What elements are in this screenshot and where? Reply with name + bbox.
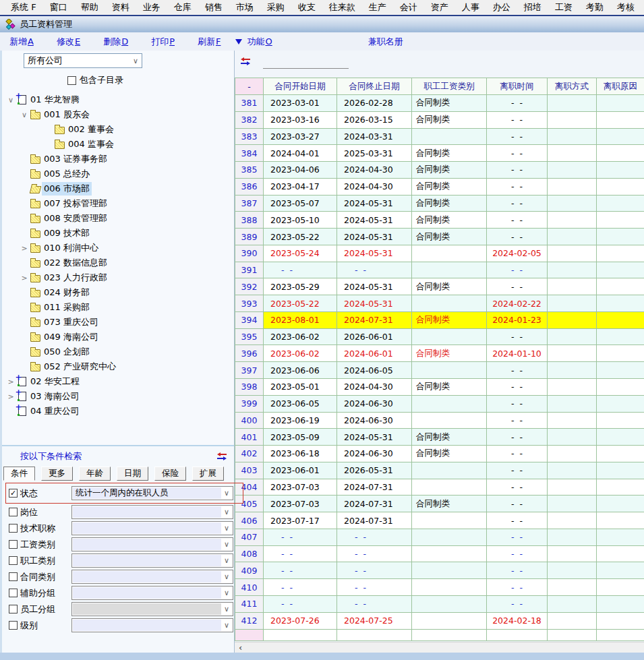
filter-checkbox[interactable] bbox=[9, 621, 18, 630]
row-number-cell[interactable]: 410 bbox=[235, 579, 264, 596]
table-cell[interactable]: - - bbox=[487, 162, 548, 179]
table-cell[interactable] bbox=[597, 496, 644, 512]
table-cell[interactable]: 2024-04-30 bbox=[337, 179, 412, 196]
tree-item[interactable]: 052 产业研究中心 bbox=[2, 359, 234, 374]
filter-tab-1[interactable]: 条件 bbox=[3, 467, 35, 481]
table-cell[interactable]: 2023-05-10 bbox=[264, 212, 337, 229]
tree-item[interactable]: ∨01 华龙智腾 bbox=[2, 92, 234, 107]
row-number-cell[interactable]: 394 bbox=[235, 312, 264, 329]
filter-dropdown[interactable]: ∨ bbox=[71, 521, 233, 535]
table-cell[interactable] bbox=[597, 613, 644, 630]
table-cell[interactable]: 2024-07-31 bbox=[337, 496, 412, 512]
table-cell[interactable]: - - bbox=[264, 529, 337, 546]
table-cell[interactable] bbox=[548, 413, 597, 429]
filter-dropdown[interactable]: ∨ bbox=[71, 586, 233, 600]
table-cell[interactable] bbox=[412, 579, 487, 596]
delete-button[interactable]: 删除D bbox=[103, 36, 128, 48]
table-cell[interactable]: 2023-03-16 bbox=[264, 112, 337, 129]
table-cell[interactable] bbox=[597, 429, 644, 446]
table-cell[interactable] bbox=[412, 529, 487, 546]
tree-item[interactable]: 024 财务部 bbox=[2, 285, 234, 300]
table-cell[interactable] bbox=[548, 345, 597, 362]
table-cell[interactable]: 2023-07-03 bbox=[264, 496, 337, 512]
filter-dropdown[interactable]: ∨ bbox=[71, 553, 233, 568]
table-cell[interactable]: 合同制类 bbox=[412, 229, 487, 245]
filter-tab-5[interactable]: 保险 bbox=[154, 467, 186, 481]
table-cell[interactable]: 2024-05-31 bbox=[337, 278, 412, 295]
column-header[interactable]: 离职方式 bbox=[548, 78, 597, 95]
filter-checkbox[interactable]: ✓ bbox=[9, 489, 18, 498]
table-cell[interactable]: 合同制类 bbox=[412, 179, 487, 196]
table-cell[interactable] bbox=[412, 329, 487, 346]
table-cell[interactable] bbox=[412, 462, 487, 479]
tree-item[interactable]: 003 证券事务部 bbox=[2, 152, 234, 167]
table-cell[interactable]: 2023-07-17 bbox=[264, 512, 337, 529]
table-cell[interactable]: 2023-04-06 bbox=[264, 162, 337, 179]
table-cell[interactable] bbox=[412, 295, 487, 312]
table-cell[interactable]: 2024-06-30 bbox=[337, 413, 412, 429]
table-cell[interactable]: 2024-06-30 bbox=[337, 396, 412, 413]
include-subdir-checkbox[interactable] bbox=[67, 76, 76, 85]
table-cell[interactable]: 2023-05-24 bbox=[264, 245, 337, 262]
table-cell[interactable]: - - bbox=[487, 95, 548, 112]
tree-item[interactable]: >023 人力行政部 bbox=[2, 270, 234, 285]
table-cell[interactable]: 合同制类 bbox=[412, 212, 487, 229]
table-cell[interactable]: - - bbox=[487, 396, 548, 413]
table-cell[interactable]: 合同制类 bbox=[412, 112, 487, 129]
tree-item[interactable]: 006 市场部 bbox=[2, 181, 234, 196]
table-cell[interactable]: 2025-03-31 bbox=[337, 145, 412, 162]
row-number-cell[interactable]: 390 bbox=[235, 245, 264, 262]
row-number-cell[interactable]: 408 bbox=[235, 546, 264, 563]
table-cell[interactable]: 2023-05-01 bbox=[264, 379, 337, 396]
table-cell[interactable] bbox=[548, 162, 597, 179]
table-cell[interactable]: - - bbox=[264, 262, 337, 279]
menu-item[interactable]: 往来款 bbox=[322, 0, 362, 15]
menu-item[interactable]: 考勤 bbox=[579, 0, 610, 15]
tree-item[interactable]: ∨001 股东会 bbox=[2, 107, 234, 122]
table-cell[interactable]: 2026-06-01 bbox=[337, 329, 412, 346]
table-cell[interactable]: - - bbox=[487, 546, 548, 563]
table-cell[interactable]: 合同制类 bbox=[412, 145, 487, 162]
table-cell[interactable] bbox=[548, 379, 597, 396]
swap-arrows-icon[interactable] bbox=[216, 452, 227, 461]
table-cell[interactable] bbox=[548, 229, 597, 245]
table-cell[interactable]: 合同制类 bbox=[412, 196, 487, 212]
table-cell[interactable]: - - bbox=[487, 579, 548, 596]
filter-dropdown[interactable]: ∨ bbox=[71, 618, 233, 632]
table-cell[interactable]: 2023-05-09 bbox=[264, 429, 337, 446]
expander-down-icon[interactable]: ∨ bbox=[20, 111, 29, 119]
column-header[interactable]: 离职原因 bbox=[597, 78, 644, 95]
table-cell[interactable] bbox=[597, 312, 644, 329]
table-cell[interactable]: - - bbox=[487, 262, 548, 279]
tree-item[interactable]: 002 董事会 bbox=[2, 122, 234, 137]
table-cell[interactable]: - - bbox=[487, 462, 548, 479]
tree-item[interactable]: 073 重庆公司 bbox=[2, 315, 234, 330]
table-cell[interactable]: - - bbox=[337, 596, 412, 613]
row-number-cell[interactable]: 385 bbox=[235, 162, 264, 179]
row-number-cell[interactable]: 384 bbox=[235, 145, 264, 162]
table-cell[interactable]: - - bbox=[487, 112, 548, 129]
table-cell[interactable] bbox=[597, 462, 644, 479]
table-cell[interactable]: 合同制类 bbox=[412, 379, 487, 396]
table-cell[interactable] bbox=[597, 262, 644, 279]
tree-item[interactable]: 049 海南公司 bbox=[2, 330, 234, 344]
table-cell[interactable]: - - bbox=[337, 579, 412, 596]
table-cell[interactable] bbox=[548, 462, 597, 479]
filter-checkbox[interactable] bbox=[9, 589, 18, 597]
row-number-cell[interactable]: 398 bbox=[235, 379, 264, 396]
filter-tab-3[interactable]: 年龄 bbox=[79, 467, 111, 481]
row-number-cell[interactable]: 396 bbox=[235, 345, 264, 362]
table-cell[interactable] bbox=[548, 596, 597, 613]
table-cell[interactable]: - - bbox=[487, 196, 548, 212]
table-cell[interactable] bbox=[597, 596, 644, 613]
tree-item[interactable]: 005 总经办 bbox=[2, 167, 234, 181]
tree-item[interactable]: 008 安质管理部 bbox=[2, 211, 234, 226]
table-cell[interactable] bbox=[548, 145, 597, 162]
menu-item[interactable]: 人事 bbox=[455, 0, 486, 15]
row-number-cell[interactable]: 391 bbox=[235, 262, 264, 279]
table-cell[interactable] bbox=[548, 613, 597, 630]
menu-item[interactable]: 采购 bbox=[260, 0, 291, 15]
row-number-cell[interactable]: 393 bbox=[235, 295, 264, 312]
row-number-cell[interactable]: 387 bbox=[235, 196, 264, 212]
table-cell[interactable]: 2023-05-07 bbox=[264, 196, 337, 212]
